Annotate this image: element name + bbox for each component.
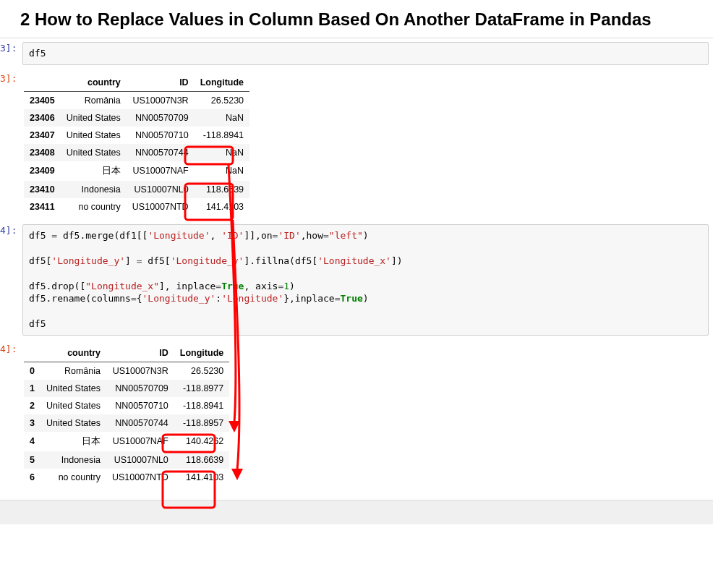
code-tok: ) <box>363 293 369 304</box>
df2-col-id: ID <box>106 344 174 362</box>
code-tok: df5 <box>29 318 46 329</box>
cell-country: România <box>61 91 127 109</box>
code-tok: ) <box>289 281 295 291</box>
code-tok: = <box>323 230 329 241</box>
cell-id: US10007NTD <box>106 469 174 486</box>
row-index: 3 <box>24 414 40 432</box>
cell-id: NN00570744 <box>127 144 195 161</box>
cell-lon: NaN <box>195 161 249 181</box>
row-index: 1 <box>24 380 40 397</box>
df1-col-id: ID <box>127 74 195 92</box>
cell-lon: 26.5230 <box>195 91 249 109</box>
cell-country: 日本 <box>61 161 127 181</box>
code-tok: 'Longitude_y' <box>171 255 244 266</box>
cell-id: US10007NTD <box>127 198 195 216</box>
table-row: 2United StatesNN00570710-118.8941 <box>24 397 229 414</box>
table-row: 4日本US10007NAF140.4262 <box>24 432 229 451</box>
cell-id: NN00570710 <box>106 397 174 414</box>
cell-country: no country <box>61 198 127 216</box>
input-prompt-2: 4]: <box>0 221 18 236</box>
row-index: 23406 <box>24 109 61 127</box>
table-row: 6no countryUS10007NTD141.4103 <box>24 469 229 486</box>
cell-lon: 118.6639 <box>195 181 249 198</box>
table-row: 5IndonesiaUS10007NL0118.6639 <box>24 451 229 469</box>
cell-country: Indonesia <box>61 181 127 198</box>
code-tok: },inplace <box>283 293 334 304</box>
code-tok: 'Longitude_y' <box>51 255 125 266</box>
code-tok: df5.rename(columns <box>29 293 131 304</box>
code-tok: 'ID' <box>278 230 300 241</box>
table-row: 23405RomâniaUS10007N3R26.5230 <box>24 91 249 109</box>
code-tok: df5 <box>29 230 51 241</box>
cell-country: United States <box>61 127 127 144</box>
df1-col-country: country <box>61 74 127 92</box>
code-tok: = <box>51 230 57 241</box>
code-tok: ], inplace <box>159 281 215 291</box>
cell-id: NN00570744 <box>106 414 174 432</box>
cell-id: US10007N3R <box>106 362 174 380</box>
table-row: 23407United StatesNN00570710-118.8941 <box>24 127 249 144</box>
code-tok: = <box>335 293 341 304</box>
code-tok: 'ID' <box>221 230 244 241</box>
dataframe-output-1: country ID Longitude 23405RomâniaUS10007… <box>24 74 249 216</box>
code-cell-1[interactable]: df5 <box>22 42 709 65</box>
code-tok: 'Longitude_x' <box>317 255 391 266</box>
cell-lon: 141.4103 <box>195 198 249 216</box>
dataframe-output-2: country ID Longitude 0RomâniaUS10007N3R2… <box>24 344 229 486</box>
code-cell-2[interactable]: df5 = df5.merge(df1[['Longitude', 'ID']]… <box>22 224 709 336</box>
table-row: 0RomâniaUS10007N3R26.5230 <box>24 362 229 380</box>
row-index: 23405 <box>24 91 61 109</box>
table-row: 23410IndonesiaUS10007NL0118.6639 <box>24 181 249 198</box>
cell-lon: 118.6639 <box>174 451 229 469</box>
code-tok: , <box>210 230 221 241</box>
code-tok: ].fillna(df5[ <box>244 255 317 266</box>
table-row: 23409日本US10007NAFNaN <box>24 161 249 181</box>
row-index: 4 <box>24 432 40 451</box>
footer-spacer <box>0 500 713 524</box>
cell-id: US10007N3R <box>127 91 195 109</box>
cell-country: United States <box>40 397 106 414</box>
cell-id: NN00570709 <box>106 380 174 397</box>
row-index: 6 <box>24 469 40 486</box>
output-prompt-2: 4]: <box>0 339 18 354</box>
cell-id: US10007NAF <box>127 161 195 181</box>
df2-col-country: country <box>40 344 106 362</box>
cell-id: NN00570710 <box>127 127 195 144</box>
row-index: 23410 <box>24 181 61 198</box>
row-index: 23408 <box>24 144 61 161</box>
code-tok: ,how <box>301 230 323 241</box>
cell-lon: -118.8941 <box>174 397 229 414</box>
row-index: 23407 <box>24 127 61 144</box>
df1-col-longitude: Longitude <box>195 74 249 92</box>
code-tok: df5.merge(df1[[ <box>57 230 148 241</box>
table-row: 1United StatesNN00570709-118.8977 <box>24 380 229 397</box>
df2-col-longitude: Longitude <box>174 344 229 362</box>
cell-country: United States <box>61 144 127 161</box>
cell-country: United States <box>40 414 106 432</box>
cell-lon: 26.5230 <box>174 362 229 380</box>
table-row: 23406United StatesNN00570709NaN <box>24 109 249 127</box>
section-heading: 2 How to Replace Values in Column Based … <box>0 0 713 38</box>
code-tok: ]],on <box>244 230 272 241</box>
code-tok: = <box>131 293 137 304</box>
cell-country: Indonesia <box>40 451 106 469</box>
code-tok: 'Longitude' <box>148 230 210 241</box>
code-tok: df5[ <box>142 255 171 266</box>
code-tok: 1 <box>283 281 289 291</box>
code-tok: "Longitude_x" <box>85 281 159 291</box>
code-tok: True <box>221 281 244 291</box>
cell-country: United States <box>61 109 127 127</box>
cell-lon: -118.8977 <box>174 380 229 397</box>
cell-id: US10007NL0 <box>127 181 195 198</box>
cell-lon: NaN <box>195 109 249 127</box>
table-row: 23411no countryUS10007NTD141.4103 <box>24 198 249 216</box>
df1-col-index <box>24 74 61 92</box>
cell-lon: -118.8941 <box>195 127 249 144</box>
code-tok: = <box>215 281 221 291</box>
row-index: 23409 <box>24 161 61 181</box>
cell-lon: 140.4262 <box>174 432 229 451</box>
row-index: 23411 <box>24 198 61 216</box>
row-index: 5 <box>24 451 40 469</box>
cell-lon: NaN <box>195 144 249 161</box>
input-prompt-1: 3]: <box>0 38 18 54</box>
